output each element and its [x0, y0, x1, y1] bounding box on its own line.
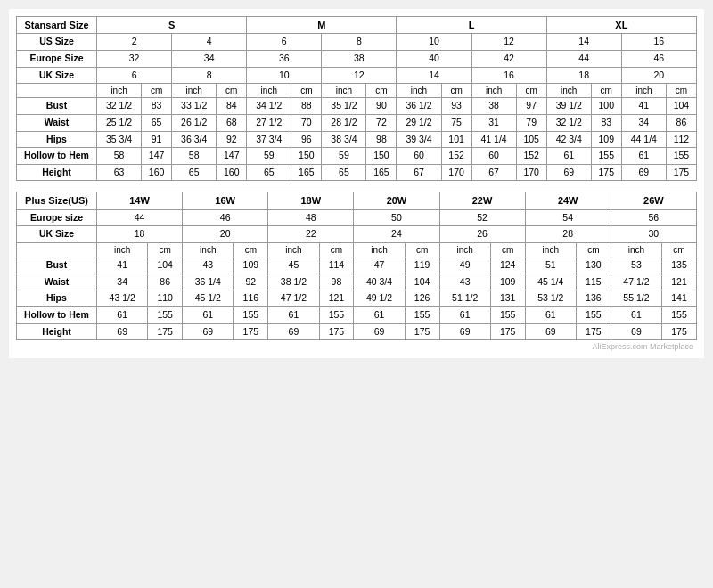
us-8: 8 — [322, 34, 397, 51]
pbust-2-2: 109 — [234, 257, 268, 274]
inch-label-2: inch — [172, 84, 217, 98]
waist-8-1: 34 — [621, 114, 666, 131]
uk-16: 16 — [471, 67, 546, 84]
hips-3-2: 96 — [291, 131, 322, 148]
height-label-1: Height — [17, 164, 97, 181]
cm-label-2: cm — [217, 84, 247, 98]
pbust-5-1: 49 — [439, 257, 490, 274]
pbust-4-1: 47 — [354, 257, 405, 274]
pwaist-4-1: 40 3/4 — [354, 274, 405, 290]
18w-header: 18W — [268, 192, 354, 209]
puk-24: 24 — [354, 226, 439, 243]
waist-6-1: 31 — [471, 114, 516, 131]
pht-1-2: 175 — [148, 323, 183, 340]
bust-6-1: 38 — [471, 98, 516, 115]
peu-44: 44 — [97, 209, 183, 226]
bust-8-2: 104 — [666, 98, 696, 115]
ht-5-1: 67 — [397, 164, 441, 181]
phips-5-2: 131 — [490, 290, 525, 307]
cm-label-6: cm — [516, 84, 546, 98]
bust-3-2: 88 — [291, 98, 322, 115]
pbust-7-1: 53 — [611, 257, 661, 274]
pht-6-2: 175 — [576, 323, 611, 340]
inch-label-7: inch — [546, 84, 591, 98]
pbust-1-2: 104 — [148, 257, 183, 274]
pbust-1-1: 41 — [97, 257, 148, 274]
phips-label: Hips — [17, 290, 97, 307]
p-inch-4: inch — [354, 243, 405, 257]
p-inch-2: inch — [183, 243, 234, 257]
cm-label-8: cm — [666, 84, 696, 98]
hth-1-1: 58 — [97, 148, 142, 165]
phips-7-1: 55 1/2 — [611, 290, 661, 307]
pbust-label: Bust — [17, 257, 97, 274]
puk-18: 18 — [97, 226, 183, 243]
ht-7-1: 69 — [546, 164, 591, 181]
hips-1-1: 35 3/4 — [97, 131, 142, 148]
ht-8-1: 69 — [621, 164, 666, 181]
inch-label-6: inch — [471, 84, 516, 98]
waist-4-2: 72 — [366, 114, 397, 131]
phips-1-2: 110 — [148, 290, 183, 307]
phth-label: Hollow to Hem — [17, 306, 97, 323]
bust-1-1: 32 1/2 — [97, 98, 142, 115]
inch-label-1: inch — [97, 84, 142, 98]
pwaist-6-1: 45 1/4 — [525, 274, 576, 290]
26w-header: 26W — [611, 192, 696, 209]
phips-6-1: 53 1/2 — [525, 290, 576, 307]
us-14: 14 — [546, 34, 621, 51]
puk-22: 22 — [268, 226, 354, 243]
p-cm-2: cm — [234, 243, 268, 257]
hips-4-2: 98 — [366, 131, 397, 148]
hips-6-1: 41 1/4 — [471, 131, 516, 148]
pht-3-1: 69 — [268, 323, 319, 340]
hollow-hem-label-1: Hollow to Hem — [17, 148, 97, 165]
waist-1-2: 65 — [142, 114, 172, 131]
hth-7-1: 61 — [546, 148, 591, 165]
inch-label-4: inch — [322, 84, 366, 98]
bust-5-1: 36 1/2 — [397, 98, 441, 115]
us-10: 10 — [397, 34, 471, 51]
eu-44: 44 — [546, 50, 621, 67]
phth-3-1: 61 — [268, 306, 319, 323]
waist-2-2: 68 — [217, 114, 247, 131]
ht-6-2: 170 — [516, 164, 546, 181]
pwaist-2-2: 92 — [234, 274, 268, 290]
uk-20: 20 — [621, 67, 696, 84]
phips-4-2: 126 — [405, 290, 439, 307]
pbust-6-1: 51 — [525, 257, 576, 274]
hips-8-2: 112 — [666, 131, 696, 148]
hips-7-2: 109 — [591, 131, 621, 148]
pbust-2-1: 43 — [183, 257, 234, 274]
waist-4-1: 28 1/2 — [322, 114, 366, 131]
waist-6-2: 79 — [516, 114, 546, 131]
24w-header: 24W — [525, 192, 611, 209]
16w-header: 16W — [183, 192, 268, 209]
waist-3-2: 70 — [291, 114, 322, 131]
ht-2-2: 160 — [217, 164, 247, 181]
hth-5-1: 60 — [397, 148, 441, 165]
pbust-4-2: 119 — [405, 257, 439, 274]
phth-1-1: 61 — [97, 306, 148, 323]
phth-6-2: 155 — [576, 306, 611, 323]
peu-52: 52 — [439, 209, 525, 226]
pwaist-1-1: 34 — [97, 274, 148, 290]
pwaist-1-2: 86 — [148, 274, 183, 290]
inch-label-8: inch — [621, 84, 666, 98]
ht-3-1: 65 — [247, 164, 291, 181]
ht-4-1: 65 — [322, 164, 366, 181]
bust-8-1: 41 — [621, 98, 666, 115]
hth-3-2: 150 — [291, 148, 322, 165]
uk-size-label: UK Size — [17, 67, 97, 84]
hth-4-2: 150 — [366, 148, 397, 165]
p-inch-1: inch — [97, 243, 148, 257]
p-inch-5: inch — [439, 243, 490, 257]
hips-5-2: 101 — [441, 131, 471, 148]
waist-2-1: 26 1/2 — [172, 114, 217, 131]
p-cm-1: cm — [148, 243, 183, 257]
hips-4-1: 38 3/4 — [322, 131, 366, 148]
l-header: L — [397, 17, 546, 34]
bust-6-2: 97 — [516, 98, 546, 115]
hips-1-2: 91 — [142, 131, 172, 148]
hth-2-2: 147 — [217, 148, 247, 165]
